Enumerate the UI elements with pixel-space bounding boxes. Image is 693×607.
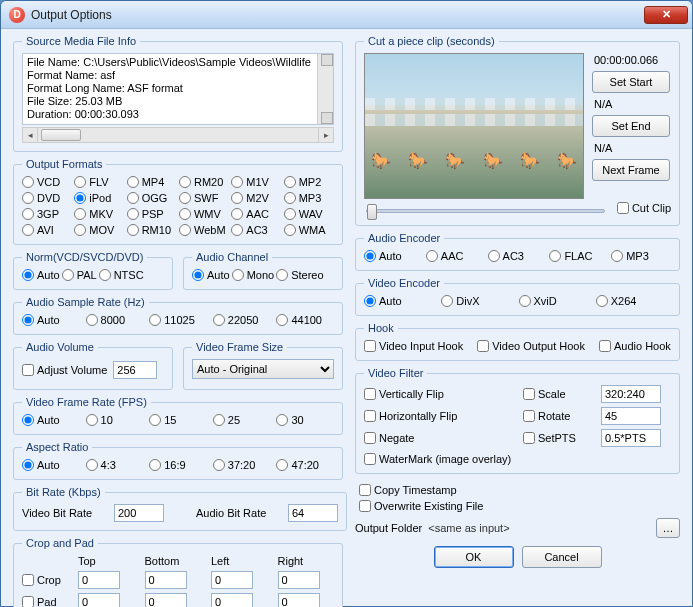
audio-channel-option-auto[interactable]: Auto [192,269,230,281]
video-encoder-option-x264[interactable]: X264 [596,295,671,307]
clip-slider[interactable] [366,209,605,213]
copy-timestamp-checkbox[interactable]: Copy Timestamp [359,484,680,496]
ok-button[interactable]: OK [434,546,514,568]
video-input-hook-checkbox[interactable]: Video Input Hook [364,340,463,352]
format-option-aac[interactable]: AAC [231,208,281,220]
format-option-mp2[interactable]: MP2 [284,176,334,188]
format-option-wmv[interactable]: WMV [179,208,229,220]
format-option-mp3[interactable]: MP3 [284,192,334,204]
setpts-checkbox[interactable]: SetPTS [523,432,593,444]
set-start-button[interactable]: Set Start [592,71,670,93]
crop-right[interactable] [278,571,320,589]
vertical-scrollbar[interactable] [317,54,333,124]
hflip-checkbox[interactable]: Horizontally Flip [364,410,515,422]
video-filter-legend: Video Filter [364,367,427,379]
volume-input[interactable] [113,361,157,379]
overwrite-checkbox[interactable]: Overwrite Existing File [359,500,680,512]
fps-option-15[interactable]: 15 [149,414,207,426]
format-option-vcd[interactable]: VCD [22,176,72,188]
video-encoder-option-divx[interactable]: DivX [441,295,516,307]
pad-bottom[interactable] [145,593,187,607]
format-option-m2v[interactable]: M2V [231,192,281,204]
aspect-option-auto[interactable]: Auto [22,459,80,471]
crop-bottom[interactable] [145,571,187,589]
video-encoder-option-auto[interactable]: Auto [364,295,439,307]
aspect-option-169[interactable]: 16:9 [149,459,207,471]
format-option-rm10[interactable]: RM10 [127,224,177,236]
sample-rate-option-8000[interactable]: 8000 [86,314,144,326]
setpts-input[interactable] [601,429,661,447]
format-option-wav[interactable]: WAV [284,208,334,220]
frame-size-select[interactable]: Auto - Original [192,359,334,379]
format-option-mp4[interactable]: MP4 [127,176,177,188]
scale-checkbox[interactable]: Scale [523,388,593,400]
video-output-hook-checkbox[interactable]: Video Output Hook [477,340,585,352]
watermark-checkbox[interactable]: WaterMark (image overlay) [364,453,671,465]
crop-top[interactable] [78,571,120,589]
cut-clip-checkbox[interactable]: Cut Clip [617,202,671,214]
format-option-mkv[interactable]: MKV [74,208,124,220]
format-option-wma[interactable]: WMA [284,224,334,236]
cancel-button[interactable]: Cancel [522,546,602,568]
adjust-volume-checkbox[interactable]: Adjust Volume [22,364,107,376]
video-encoder-option-xvid[interactable]: XviD [519,295,594,307]
audio-encoder-option-aac[interactable]: AAC [426,250,486,262]
fps-option-10[interactable]: 10 [86,414,144,426]
pad-checkbox[interactable]: Pad [22,596,68,607]
audio-channel-option-stereo[interactable]: Stereo [276,269,323,281]
audio-hook-checkbox[interactable]: Audio Hook [599,340,671,352]
video-bitrate-input[interactable] [114,504,164,522]
format-option-swf[interactable]: SWF [179,192,229,204]
audio-encoder-option-flac[interactable]: FLAC [549,250,609,262]
aspect-option-43[interactable]: 4:3 [86,459,144,471]
sample-rate-option-11025[interactable]: 11025 [149,314,207,326]
media-info-box[interactable]: File Name: C:\Users\Public\Videos\Sample… [22,53,334,125]
rotate-checkbox[interactable]: Rotate [523,410,593,422]
format-option-rm20[interactable]: RM20 [179,176,229,188]
browse-folder-button[interactable]: … [656,518,680,538]
next-frame-button[interactable]: Next Frame [592,159,670,181]
format-option-ac3[interactable]: AC3 [231,224,281,236]
format-option-3gp[interactable]: 3GP [22,208,72,220]
norm-option-pal[interactable]: PAL [62,269,97,281]
vflip-checkbox[interactable]: Vertically Flip [364,388,515,400]
format-option-ogg[interactable]: OGG [127,192,177,204]
audio-channel-option-mono[interactable]: Mono [232,269,275,281]
audio-bitrate-input[interactable] [288,504,338,522]
aspect-option-4720[interactable]: 47:20 [276,459,334,471]
negate-checkbox[interactable]: Negate [364,432,515,444]
audio-encoder-option-ac3[interactable]: AC3 [488,250,548,262]
set-end-button[interactable]: Set End [592,115,670,137]
format-option-dvd[interactable]: DVD [22,192,72,204]
format-option-mov[interactable]: MOV [74,224,124,236]
fps-option-auto[interactable]: Auto [22,414,80,426]
frame-size-legend: Video Frame Size [192,341,287,353]
sample-rate-option-22050[interactable]: 22050 [213,314,271,326]
titlebar[interactable]: D Output Options ✕ [1,1,692,29]
format-option-webm[interactable]: WebM [179,224,229,236]
format-option-psp[interactable]: PSP [127,208,177,220]
format-option-ipod[interactable]: iPod [74,192,124,204]
norm-option-auto[interactable]: Auto [22,269,60,281]
audio-encoder-option-auto[interactable]: Auto [364,250,424,262]
crop-checkbox[interactable]: Crop [22,574,68,586]
fps-option-30[interactable]: 30 [276,414,334,426]
pad-left[interactable] [211,593,253,607]
audio-encoder-option-mp3[interactable]: MP3 [611,250,671,262]
sample-rate-option-auto[interactable]: Auto [22,314,80,326]
format-option-flv[interactable]: FLV [74,176,124,188]
horizontal-scrollbar[interactable] [22,127,334,143]
sample-rate-option-44100[interactable]: 44100 [276,314,334,326]
scale-input[interactable] [601,385,661,403]
pad-right[interactable] [278,593,320,607]
close-button[interactable]: ✕ [644,6,688,24]
fps-option-25[interactable]: 25 [213,414,271,426]
norm-option-ntsc[interactable]: NTSC [99,269,144,281]
crop-left[interactable] [211,571,253,589]
aspect-option-3720[interactable]: 37:20 [213,459,271,471]
format-option-avi[interactable]: AVI [22,224,72,236]
format-option-m1v[interactable]: M1V [231,176,281,188]
pad-top[interactable] [78,593,120,607]
rotate-input[interactable] [601,407,661,425]
media-info-line: Format Name: asf [27,69,329,82]
